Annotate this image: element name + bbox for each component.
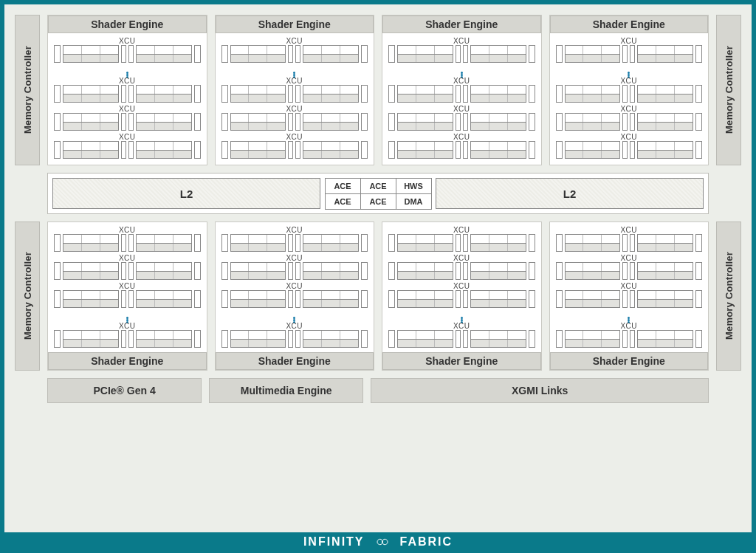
xcu-label: XCU [620,255,637,262]
xcu-block: XCU [388,255,535,280]
xcu-body [388,290,535,308]
xcu-block: XCU [556,38,703,63]
xcu-block: XCU [388,283,535,308]
shader-engine-title: Shader Engine [48,16,207,33]
xcu-label: XCU [119,227,136,234]
xcu-body [556,45,703,63]
l2-cache-left: L2 [52,178,320,209]
shader-engine: Shader EngineXCUXCUXCUXCU [47,221,207,371]
xcu-label: XCU [620,134,637,141]
xcu-body [388,262,535,280]
l2-cache-right: L2 [436,178,704,209]
shader-engine-title: Shader Engine [550,352,709,370]
shader-engine: Shader EngineXCUXCUXCUXCU [549,221,709,371]
xcu-body [556,113,703,131]
shader-engine: Shader EngineXCUXCUXCUXCU [549,15,709,165]
xcu-body [54,330,201,348]
io-bar: PCIe® Gen 4 Multimedia Engine XGMI Links [15,378,741,403]
shader-engine: Shader EngineXCUXCUXCUXCU [382,221,542,371]
hws-cell: HWS [396,178,432,194]
xcu-stack: XCUXCUXCUXCU [388,227,535,348]
multimedia-engine-block: Multimedia Engine [209,378,363,403]
ellipsis-icon [54,311,201,320]
xcu-body [388,330,535,348]
xcu-label: XCU [620,78,637,85]
footer-word-left: INFINITY [303,535,365,549]
xcu-body [221,234,368,252]
xcu-block: XCU [556,134,703,159]
shader-engine-title: Shader Engine [48,352,207,370]
xcu-body [54,141,201,159]
xcu-body [556,141,703,159]
ellipsis-icon [556,66,703,75]
xcu-body [221,290,368,308]
xcu-stack: XCUXCUXCUXCU [556,38,703,159]
xcu-label: XCU [286,38,303,45]
xcu-body [54,290,201,308]
xcu-stack: XCUXCUXCUXCU [221,227,368,348]
xcu-block: XCU [556,106,703,131]
xcu-block: XCU [221,134,368,159]
xcu-body [54,45,201,63]
xcu-body [54,113,201,131]
xcu-body [221,262,368,280]
xcu-label: XCU [620,323,637,330]
xcu-block: XCU [221,283,368,308]
xgmi-links-block: XGMI Links [371,378,709,403]
xcu-block: XCU [388,323,535,348]
xcu-stack: XCUXCUXCUXCU [54,227,201,348]
xcu-label: XCU [119,134,136,141]
footer-word-right: FABRIC [400,535,453,549]
xcu-block: XCU [221,227,368,252]
memory-controller-top-left: Memory Controller [15,15,40,165]
xcu-block: XCU [388,106,535,131]
svg-point-0 [382,541,383,543]
xcu-body [388,141,535,159]
xcu-label: XCU [453,323,470,330]
xcu-stack: XCUXCUXCUXCU [221,38,368,159]
xcu-body [54,262,201,280]
xcu-label: XCU [119,323,136,330]
xcu-block: XCU [54,38,201,63]
xcu-label: XCU [620,283,637,290]
xcu-body [54,85,201,103]
infinity-icon [372,537,393,547]
xcu-body [556,330,703,348]
xcu-body [556,85,703,103]
xcu-block: XCU [54,78,201,103]
xcu-block: XCU [54,134,201,159]
xcu-body [54,234,201,252]
shader-engine-title: Shader Engine [216,16,374,33]
infinity-fabric-frame: Memory Controller Shader EngineXCUXCUXCU… [0,0,756,553]
xcu-body [388,234,535,252]
xcu-block: XCU [221,38,368,63]
shader-engine: Shader EngineXCUXCUXCUXCU [215,15,375,165]
xcu-body [556,290,703,308]
xcu-body [221,45,368,63]
xcu-body [221,330,368,348]
xcu-label: XCU [119,255,136,262]
xcu-label: XCU [119,78,136,85]
xcu-block: XCU [221,323,368,348]
ellipsis-icon [221,311,368,320]
shader-engine-title: Shader Engine [550,16,709,33]
xcu-block: XCU [388,227,535,252]
l2-command-strip: L2 ACE ACE HWS ACE ACE DMA L2 [15,173,741,214]
xcu-body [221,141,368,159]
bottom-row: Memory Controller Shader EngineXCUXCUXCU… [15,221,741,371]
xcu-body [556,234,703,252]
ellipsis-icon [556,311,703,320]
memory-controller-bottom-right: Memory Controller [716,221,741,371]
xcu-block: XCU [54,227,201,252]
xcu-body [388,113,535,131]
ace-cell: ACE [360,178,396,194]
xcu-label: XCU [286,78,303,85]
pcie-block: PCIe® Gen 4 [47,378,202,403]
xcu-body [556,262,703,280]
shader-engine-group-top: Shader EngineXCUXCUXCUXCUShader EngineXC… [47,15,709,165]
shader-engine-title: Shader Engine [382,352,541,370]
xcu-label: XCU [620,227,637,234]
ace-cell: ACE [325,178,361,194]
shader-engine-group-bottom: Shader EngineXCUXCUXCUXCUShader EngineXC… [47,221,709,371]
xcu-label: XCU [119,38,136,45]
